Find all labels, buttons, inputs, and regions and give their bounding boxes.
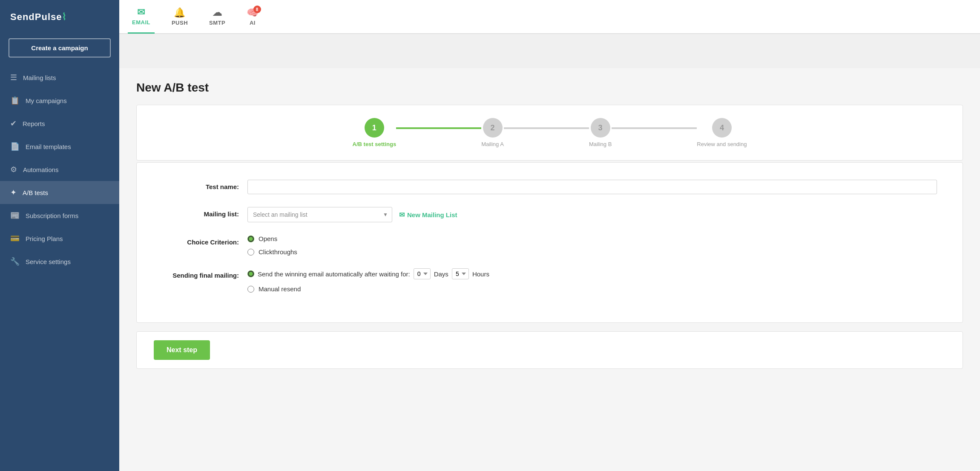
choice-criterion-label: Choice Criterion: [162, 235, 247, 246]
my-campaigns-icon: 📋 [10, 96, 20, 105]
sidebar: SendPulse⌇ Create a campaign ☰ Mailing l… [0, 0, 119, 471]
push-nav-label: PUSH [172, 20, 188, 26]
step-2: 2 Mailing A [481, 118, 504, 147]
step-connector-2-3 [504, 127, 589, 129]
auto-send-row: Send the winning email automatically aft… [247, 268, 937, 279]
choice-clickthroughs-option[interactable]: Clickthroughs [247, 248, 937, 256]
push-nav-icon: 🔔 [174, 7, 186, 18]
pricing-plans-icon: 💳 [10, 234, 20, 243]
manual-resend-radio[interactable] [247, 286, 254, 293]
choice-criterion-control: Opens Clickthroughs [247, 235, 937, 256]
next-step-button[interactable]: Next step [154, 340, 210, 360]
logo-wave: ⌇ [62, 11, 67, 23]
step-2-label: Mailing A [481, 141, 504, 147]
new-mailing-list-link[interactable]: ✉ New Mailing List [399, 211, 457, 219]
choice-clickthroughs-radio[interactable] [247, 249, 254, 256]
reports-icon: ✔ [10, 119, 17, 128]
manual-resend-label: Manual resend [259, 285, 301, 293]
steps-row: 1 A/B test settings 2 Mailing A 3 Mailin… [154, 118, 946, 147]
service-settings-icon: 🔧 [10, 257, 20, 266]
email-templates-icon: 📄 [10, 142, 20, 151]
sidebar-item-service-settings[interactable]: 🔧 Service settings [0, 250, 119, 273]
test-name-label: Test name: [162, 180, 247, 190]
test-name-input[interactable] [247, 180, 937, 194]
days-select[interactable]: 0 1 2 [414, 268, 431, 279]
app-logo: SendPulse⌇ [0, 0, 119, 34]
hours-label: Hours [472, 270, 489, 278]
step-connector-1-2 [396, 127, 481, 129]
smtp-nav-icon: ☁ [213, 7, 222, 18]
sidebar-item-label: Service settings [26, 258, 71, 265]
step-1-label: A/B test settings [353, 141, 397, 147]
step-1: 1 A/B test settings [353, 118, 397, 147]
nav-item-push[interactable]: 🔔 PUSH [167, 0, 192, 34]
sidebar-item-label: Mailing lists [23, 74, 56, 81]
form-panel: Test name: Mailing list: Select an maili… [136, 162, 963, 323]
sending-options-group: Send the winning email automatically aft… [247, 268, 937, 293]
logo-text: SendPulse [10, 11, 62, 23]
sidebar-item-label: My campaigns [26, 97, 67, 104]
ai-badge: 8 [253, 6, 261, 13]
sidebar-item-ab-tests[interactable]: ✦ A/B tests [0, 181, 119, 204]
top-navigation: ✉ EMAIL 🔔 PUSH ☁ SMTP 🧠 AI 8 [119, 0, 980, 34]
page-title: New A/B test [136, 81, 963, 95]
step-3-circle: 3 [591, 118, 610, 138]
steps-panel: 1 A/B test settings 2 Mailing A 3 Mailin… [136, 105, 963, 161]
step-4-circle: 4 [712, 118, 732, 138]
ai-nav-label: AI [250, 20, 256, 26]
choice-criterion-row: Choice Criterion: Opens Clickthroughs [162, 235, 937, 256]
auto-send-prefix: Send the winning email automatically aft… [258, 270, 410, 278]
step-connector-3-4 [612, 127, 697, 129]
step-3-label: Mailing B [589, 141, 612, 147]
auto-send-radio[interactable] [247, 270, 254, 277]
step-3: 3 Mailing B [589, 118, 612, 147]
sending-final-row: Sending final mailing: Send the winning … [162, 268, 937, 293]
sidebar-item-label: Reports [23, 120, 45, 127]
test-name-control [247, 180, 937, 194]
automations-icon: ⚙ [10, 165, 17, 174]
hours-select[interactable]: 1 2 3 4 5 [452, 268, 469, 279]
choice-clickthroughs-label: Clickthroughs [259, 248, 297, 256]
step-4-label: Review and sending [697, 141, 747, 147]
new-mailing-list-label: New Mailing List [407, 211, 457, 218]
sidebar-item-subscription-forms[interactable]: 📰 Subscription forms [0, 204, 119, 227]
nav-item-smtp[interactable]: ☁ SMTP [205, 0, 230, 34]
email-nav-icon: ✉ [137, 7, 145, 18]
days-label: Days [434, 270, 448, 278]
mailing-list-label: Mailing list: [162, 207, 247, 218]
ab-tests-icon: ✦ [10, 188, 17, 197]
sidebar-item-reports[interactable]: ✔ Reports [0, 112, 119, 135]
email-nav-label: EMAIL [132, 19, 150, 26]
sidebar-item-automations[interactable]: ⚙ Automations [0, 158, 119, 181]
step-2-circle: 2 [483, 118, 503, 138]
sidebar-item-label: Automations [23, 166, 58, 173]
choice-opens-option[interactable]: Opens [247, 235, 937, 242]
manual-resend-option[interactable]: Manual resend [247, 285, 937, 293]
choice-opens-radio[interactable] [247, 236, 254, 242]
sidebar-item-label: Email templates [26, 143, 71, 150]
sending-final-control: Send the winning email automatically aft… [247, 268, 937, 293]
mailing-list-control: Select an mailing list ▼ ✉ New Mailing L… [247, 207, 937, 222]
sending-final-label: Sending final mailing: [162, 268, 247, 279]
step-4: 4 Review and sending [697, 118, 747, 147]
sidebar-item-my-campaigns[interactable]: 📋 My campaigns [0, 89, 119, 112]
smtp-nav-label: SMTP [209, 20, 225, 26]
sidebar-item-label: A/B tests [23, 189, 48, 196]
mailing-list-select[interactable]: Select an mailing list [247, 207, 392, 222]
main-content: New A/B test 1 A/B test settings 2 Maili… [119, 68, 980, 471]
create-campaign-button[interactable]: Create a campaign [9, 38, 111, 57]
sidebar-item-label: Pricing Plans [26, 235, 63, 242]
subscription-forms-icon: 📰 [10, 211, 20, 220]
sidebar-navigation: ☰ Mailing lists 📋 My campaigns ✔ Reports… [0, 66, 119, 471]
sidebar-item-pricing-plans[interactable]: 💳 Pricing Plans [0, 227, 119, 250]
mailing-list-row: Mailing list: Select an mailing list ▼ ✉… [162, 207, 937, 222]
choice-opens-label: Opens [259, 235, 277, 242]
sidebar-item-label: Subscription forms [26, 212, 78, 219]
sidebar-item-email-templates[interactable]: 📄 Email templates [0, 135, 119, 158]
mailing-lists-icon: ☰ [10, 73, 17, 82]
nav-item-email[interactable]: ✉ EMAIL [128, 0, 155, 34]
nav-item-ai[interactable]: 🧠 AI 8 [242, 0, 263, 34]
test-name-row: Test name: [162, 180, 937, 194]
sidebar-item-mailing-lists[interactable]: ☰ Mailing lists [0, 66, 119, 89]
new-mailing-list-icon: ✉ [399, 211, 405, 219]
